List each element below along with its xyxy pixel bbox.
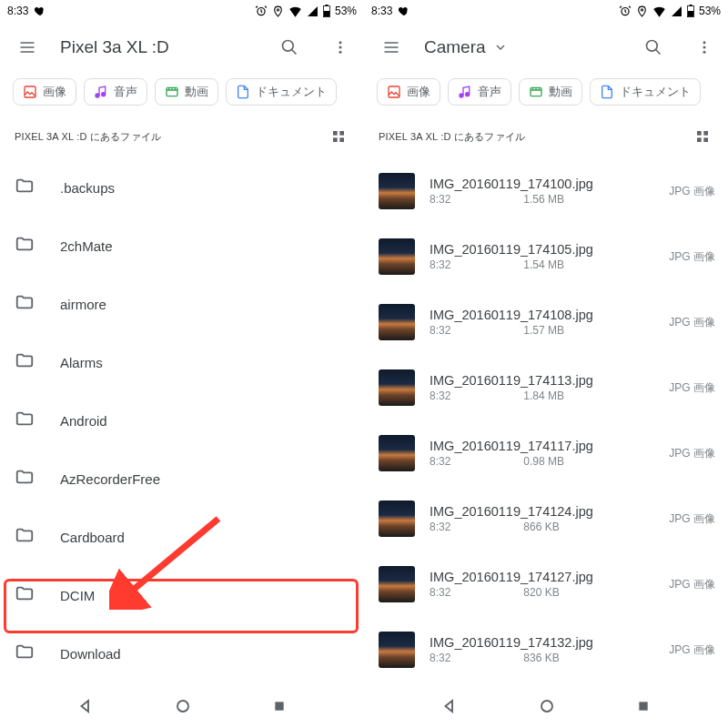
svg-rect-28 bbox=[389, 86, 399, 97]
phone-right: 8:33 53% Camera 画像 bbox=[364, 0, 728, 728]
svg-point-29 bbox=[460, 94, 463, 97]
nav-back-button[interactable] bbox=[441, 698, 458, 718]
nav-bar bbox=[364, 688, 728, 728]
chip-video[interactable]: 動画 bbox=[519, 78, 582, 106]
chip-label: 音声 bbox=[478, 84, 501, 100]
nav-recent-button[interactable] bbox=[272, 699, 287, 717]
file-meta: 8:321.56 MB bbox=[430, 193, 662, 206]
svg-point-30 bbox=[466, 93, 470, 96]
folder-row[interactable]: Android bbox=[0, 391, 364, 450]
file-row[interactable]: IMG_20160119_174127.jpg8:32820 KBJPG 画像 bbox=[364, 551, 728, 617]
file-list: IMG_20160119_174100.jpg8:321.56 MBJPG 画像… bbox=[364, 158, 728, 688]
file-size: 836 KB bbox=[523, 652, 559, 664]
status-time: 8:33 bbox=[371, 5, 392, 17]
file-row[interactable]: IMG_20160119_174117.jpg8:320.98 MBJPG 画像 bbox=[364, 420, 728, 486]
chip-label: 動画 bbox=[549, 84, 572, 100]
folder-row[interactable]: DCIM bbox=[0, 566, 364, 624]
folder-icon bbox=[15, 583, 35, 607]
search-button[interactable] bbox=[635, 29, 672, 66]
folder-row[interactable]: airmore bbox=[0, 275, 364, 333]
file-thumbnail bbox=[379, 435, 415, 471]
heart-icon bbox=[34, 5, 46, 17]
menu-button[interactable] bbox=[373, 29, 410, 66]
chip-label: 動画 bbox=[185, 84, 208, 100]
folder-row[interactable]: .backups bbox=[0, 158, 364, 217]
svg-rect-3 bbox=[325, 5, 328, 6]
file-name: IMG_20160119_174132.jpg bbox=[430, 635, 662, 650]
file-meta: 8:321.57 MB bbox=[430, 324, 662, 337]
view-toggle-button[interactable] bbox=[326, 124, 351, 149]
file-name: IMG_20160119_174117.jpg bbox=[430, 439, 662, 453]
battery-pct: 53% bbox=[335, 5, 357, 17]
chip-image[interactable]: 画像 bbox=[13, 78, 76, 106]
page-title-dropdown[interactable]: Camera bbox=[424, 37, 508, 57]
svg-rect-16 bbox=[339, 137, 344, 142]
chip-audio[interactable]: 音声 bbox=[448, 78, 511, 106]
file-type: JPG 画像 bbox=[669, 511, 715, 527]
folder-row[interactable]: Alarms bbox=[0, 333, 364, 391]
file-row[interactable]: IMG_20160119_174113.jpg8:321.84 MBJPG 画像 bbox=[364, 355, 728, 420]
file-info: IMG_20160119_174100.jpg8:321.56 MB bbox=[430, 177, 662, 206]
nav-home-button[interactable] bbox=[539, 698, 555, 718]
file-meta: 8:321.84 MB bbox=[430, 389, 662, 402]
file-thumbnail bbox=[379, 238, 415, 275]
file-type: JPG 画像 bbox=[669, 184, 715, 199]
view-toggle-button[interactable] bbox=[690, 124, 715, 149]
file-time: 8:32 bbox=[430, 455, 450, 468]
folder-row[interactable]: 2chMate bbox=[0, 217, 364, 275]
file-time: 8:32 bbox=[430, 652, 450, 664]
file-info: IMG_20160119_174108.jpg8:321.57 MB bbox=[430, 308, 662, 337]
folder-name: AzRecorderFree bbox=[60, 471, 160, 487]
file-info: IMG_20160119_174113.jpg8:321.84 MB bbox=[430, 373, 662, 402]
battery-icon bbox=[323, 5, 330, 17]
file-info: IMG_20160119_174124.jpg8:32866 KB bbox=[430, 504, 662, 533]
heart-icon bbox=[398, 5, 410, 17]
file-row[interactable]: IMG_20160119_174100.jpg8:321.56 MBJPG 画像 bbox=[364, 158, 728, 224]
svg-rect-15 bbox=[333, 137, 338, 142]
folder-icon bbox=[15, 467, 35, 490]
chip-document[interactable]: ドキュメント bbox=[590, 78, 701, 106]
chip-audio[interactable]: 音声 bbox=[84, 78, 147, 106]
file-row[interactable]: IMG_20160119_174132.jpg8:32836 KBJPG 画像 bbox=[364, 617, 728, 682]
nav-home-button[interactable] bbox=[175, 698, 191, 718]
file-meta: 8:32866 KB bbox=[430, 521, 662, 533]
file-row[interactable]: IMG_20160119_174108.jpg8:321.57 MBJPG 画像 bbox=[364, 289, 728, 355]
svg-point-8 bbox=[339, 51, 342, 54]
svg-rect-35 bbox=[703, 137, 708, 142]
file-info: IMG_20160119_174127.jpg8:32820 KB bbox=[430, 570, 662, 599]
chip-video[interactable]: 動画 bbox=[155, 78, 218, 106]
folder-name: DCIM bbox=[60, 588, 95, 603]
phone-left: 8:33 53% Pixel 3a XL :D bbox=[0, 0, 364, 728]
folder-row[interactable]: Download bbox=[0, 624, 364, 682]
battery-pct: 53% bbox=[699, 5, 721, 17]
search-button[interactable] bbox=[271, 29, 308, 66]
file-info: IMG_20160119_174105.jpg8:321.54 MB bbox=[430, 242, 662, 271]
overflow-button[interactable] bbox=[322, 29, 359, 66]
file-type: JPG 画像 bbox=[669, 380, 715, 396]
folder-icon bbox=[15, 525, 35, 549]
file-type: JPG 画像 bbox=[669, 249, 715, 265]
folder-row[interactable]: AzRecorderFree bbox=[0, 450, 364, 508]
menu-button[interactable] bbox=[9, 29, 46, 66]
file-size: 0.98 MB bbox=[523, 455, 564, 468]
overflow-button[interactable] bbox=[686, 29, 723, 66]
file-row[interactable]: IMG_20160119_174105.jpg8:321.54 MBJPG 画像 bbox=[364, 224, 728, 289]
folder-name: Cardboard bbox=[60, 530, 125, 545]
chip-document[interactable]: ドキュメント bbox=[226, 78, 337, 106]
chip-image[interactable]: 画像 bbox=[377, 78, 440, 106]
nav-recent-button[interactable] bbox=[636, 699, 651, 717]
svg-point-20 bbox=[641, 8, 642, 10]
chip-label: 画像 bbox=[407, 84, 430, 100]
file-size: 1.84 MB bbox=[523, 389, 564, 402]
folder-name: Android bbox=[60, 413, 107, 429]
file-type: JPG 画像 bbox=[669, 446, 715, 461]
nav-back-button[interactable] bbox=[77, 698, 94, 718]
page-title[interactable]: Pixel 3a XL :D bbox=[60, 37, 169, 57]
location-row: PIXEL 3A XL :D にあるファイル bbox=[0, 115, 364, 158]
chip-label: ドキュメント bbox=[256, 84, 327, 100]
file-row[interactable]: IMG_20160119_174124.jpg8:32866 KBJPG 画像 bbox=[364, 486, 728, 551]
folder-row[interactable]: Cardboard bbox=[0, 508, 364, 566]
svg-rect-22 bbox=[689, 5, 692, 6]
svg-rect-13 bbox=[333, 131, 338, 136]
svg-rect-23 bbox=[688, 11, 693, 16]
